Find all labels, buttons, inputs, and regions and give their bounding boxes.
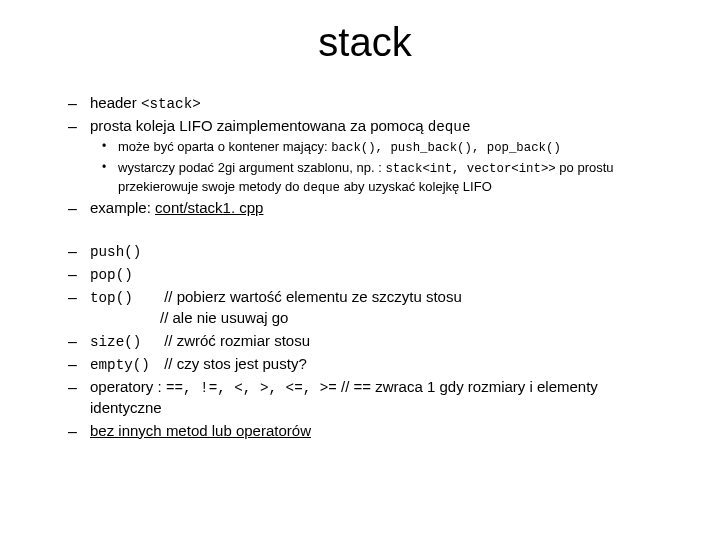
text: bez innych metod lub operatorów xyxy=(90,422,311,439)
bullet-list-level1: header <stack> prosta koleja LIFO zaimpl… xyxy=(60,93,670,441)
comment: // pobierz wartość elementu ze szczytu s… xyxy=(164,287,462,307)
sub-bullet-template-arg: wystarczy podać 2gi argument szablonu, n… xyxy=(118,159,670,196)
code-token: <stack> xyxy=(141,96,201,112)
spacer xyxy=(90,221,670,239)
code-token: deque xyxy=(303,181,340,195)
code-token: push() xyxy=(90,244,141,260)
code-token: back(), push_back(), pop_back() xyxy=(331,141,561,155)
method-label: size() xyxy=(90,333,160,352)
code-token: ==, !=, <, >, <=, >= xyxy=(166,380,337,396)
text: prosta koleja LIFO zaimplementowana za p… xyxy=(90,117,428,134)
bullet-empty: empty() // czy stos jest pusty? xyxy=(90,354,670,375)
slide-content: header <stack> prosta koleja LIFO zaimpl… xyxy=(60,93,670,441)
text: wystarczy podać 2gi argument szablonu, n… xyxy=(118,160,385,175)
comment: // czy stos jest pusty? xyxy=(164,354,307,374)
text: header xyxy=(90,94,141,111)
code-token: deque xyxy=(428,119,471,135)
text: operatory : xyxy=(90,378,166,395)
bullet-no-other: bez innych metod lub operatorów xyxy=(90,421,670,441)
bullet-list-level2: może być oparta o kontener mający: back(… xyxy=(90,138,670,196)
bullet-lifo: prosta koleja LIFO zaimplementowana za p… xyxy=(90,116,670,196)
text: aby uzyskać kolejkę LIFO xyxy=(340,179,492,194)
bullet-header: header <stack> xyxy=(90,93,670,114)
text: example: xyxy=(90,199,155,216)
bullet-pop: pop() xyxy=(90,264,670,285)
example-link[interactable]: cont/stack1. cpp xyxy=(155,199,263,216)
text: może być oparta o kontener mający: xyxy=(118,139,331,154)
code-token: stack<int, vector<int>> xyxy=(385,162,555,176)
bullet-operators: operatory : ==, !=, <, >, <=, >= // == z… xyxy=(90,377,670,418)
sub-bullet-container-methods: może być oparta o kontener mający: back(… xyxy=(118,138,670,157)
bullet-push: push() xyxy=(90,241,670,262)
code-token: pop() xyxy=(90,267,133,283)
method-label: top() xyxy=(90,289,160,308)
bullet-size: size() // zwróć rozmiar stosu xyxy=(90,331,670,352)
slide-container: stack header <stack> prosta koleja LIFO … xyxy=(0,0,720,540)
method-label: empty() xyxy=(90,356,160,375)
bullet-example: example: cont/stack1. cpp xyxy=(90,198,670,218)
comment: // zwróć rozmiar stosu xyxy=(164,331,310,351)
bullet-top: top() // pobierz wartość elementu ze szc… xyxy=(90,287,670,328)
comment: // ale nie usuwaj go xyxy=(90,308,670,328)
slide-title: stack xyxy=(60,20,670,65)
